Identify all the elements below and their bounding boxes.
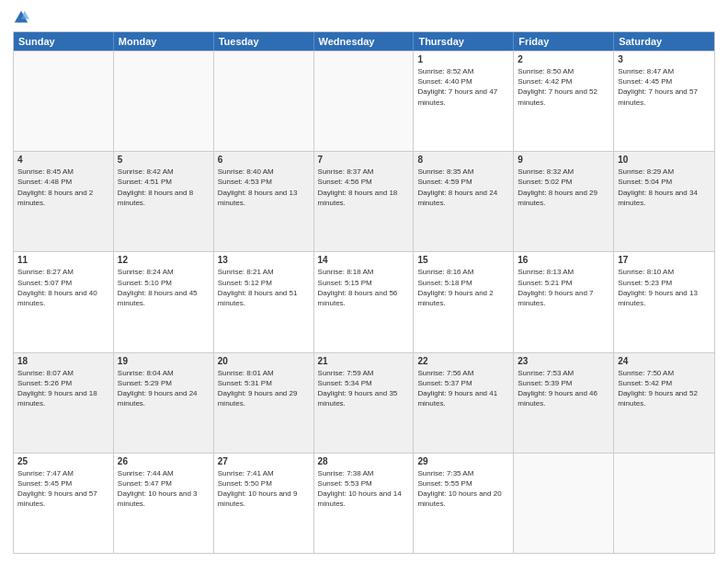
cell-sun-info: Sunrise: 8:13 AMSunset: 5:21 PMDaylight:… [518, 267, 609, 308]
day-number: 13 [218, 255, 310, 265]
cell-sun-info: Sunrise: 8:45 AMSunset: 4:48 PMDaylight:… [17, 167, 109, 208]
cell-sun-info: Sunrise: 8:47 AMSunset: 4:45 PMDaylight:… [618, 66, 711, 108]
day-number: 1 [417, 54, 509, 64]
header-day-saturday: Saturday [614, 32, 714, 51]
header-day-monday: Monday [114, 32, 214, 51]
calendar-cell: 19Sunrise: 8:04 AMSunset: 5:29 PMDayligh… [114, 353, 214, 453]
cell-sun-info: Sunrise: 8:04 AMSunset: 5:29 PMDaylight:… [118, 368, 210, 409]
calendar-cell: 29Sunrise: 7:35 AMSunset: 5:55 PMDayligh… [414, 454, 514, 553]
calendar-cell: 9Sunrise: 8:32 AMSunset: 5:02 PMDaylight… [514, 152, 614, 251]
logo-icon [13, 9, 29, 26]
cell-sun-info: Sunrise: 8:10 AMSunset: 5:23 PMDaylight:… [618, 267, 711, 308]
day-number: 5 [118, 155, 210, 165]
day-number: 23 [518, 356, 609, 366]
calendar-cell [614, 454, 714, 553]
day-number: 10 [618, 155, 711, 165]
day-number: 24 [618, 356, 711, 366]
cell-sun-info: Sunrise: 8:21 AMSunset: 5:12 PMDaylight:… [218, 267, 310, 308]
calendar-cell: 11Sunrise: 8:27 AMSunset: 5:07 PMDayligh… [14, 252, 114, 351]
logo [13, 9, 33, 26]
day-number: 26 [118, 456, 210, 466]
calendar-week-1: 1Sunrise: 8:52 AMSunset: 4:40 PMDaylight… [14, 51, 714, 151]
cell-sun-info: Sunrise: 8:18 AMSunset: 5:15 PMDaylight:… [318, 267, 410, 308]
calendar-cell: 10Sunrise: 8:29 AMSunset: 5:04 PMDayligh… [614, 152, 714, 251]
calendar-cell: 4Sunrise: 8:45 AMSunset: 4:48 PMDaylight… [14, 152, 114, 251]
calendar-cell: 2Sunrise: 8:50 AMSunset: 4:42 PMDaylight… [514, 52, 614, 151]
calendar-cell: 22Sunrise: 7:56 AMSunset: 5:37 PMDayligh… [414, 353, 514, 453]
day-number: 4 [17, 155, 109, 165]
day-number: 25 [17, 456, 109, 466]
header-day-friday: Friday [514, 32, 614, 51]
calendar-cell: 23Sunrise: 7:53 AMSunset: 5:39 PMDayligh… [514, 353, 614, 453]
day-number: 8 [417, 155, 509, 165]
day-number: 7 [318, 155, 410, 165]
cell-sun-info: Sunrise: 8:35 AMSunset: 4:59 PMDaylight:… [417, 167, 509, 208]
cell-sun-info: Sunrise: 8:01 AMSunset: 5:31 PMDaylight:… [218, 368, 310, 409]
day-number: 28 [318, 456, 410, 466]
day-number: 2 [518, 54, 609, 64]
calendar-cell: 1Sunrise: 8:52 AMSunset: 4:40 PMDaylight… [414, 52, 514, 151]
header-day-tuesday: Tuesday [214, 32, 314, 51]
cell-sun-info: Sunrise: 7:38 AMSunset: 5:53 PMDaylight:… [318, 468, 410, 510]
cell-sun-info: Sunrise: 7:59 AMSunset: 5:34 PMDaylight:… [318, 368, 410, 409]
cell-sun-info: Sunrise: 8:07 AMSunset: 5:26 PMDaylight:… [17, 368, 109, 409]
calendar-cell: 27Sunrise: 7:41 AMSunset: 5:50 PMDayligh… [214, 454, 314, 553]
day-number: 21 [318, 356, 410, 366]
calendar-cell [214, 52, 314, 151]
calendar-week-3: 11Sunrise: 8:27 AMSunset: 5:07 PMDayligh… [14, 251, 714, 351]
calendar-cell [314, 52, 415, 151]
day-number: 29 [417, 456, 509, 466]
calendar-cell: 14Sunrise: 8:18 AMSunset: 5:15 PMDayligh… [314, 252, 415, 351]
calendar-header: SundayMondayTuesdayWednesdayThursdayFrid… [14, 32, 714, 51]
cell-sun-info: Sunrise: 7:50 AMSunset: 5:42 PMDaylight:… [618, 368, 711, 409]
cell-sun-info: Sunrise: 8:24 AMSunset: 5:10 PMDaylight:… [118, 267, 210, 308]
header-day-thursday: Thursday [414, 32, 514, 51]
calendar-cell: 13Sunrise: 8:21 AMSunset: 5:12 PMDayligh… [214, 252, 314, 351]
calendar-cell: 26Sunrise: 7:44 AMSunset: 5:47 PMDayligh… [114, 454, 214, 553]
cell-sun-info: Sunrise: 8:37 AMSunset: 4:56 PMDaylight:… [318, 167, 410, 208]
calendar-week-2: 4Sunrise: 8:45 AMSunset: 4:48 PMDaylight… [14, 151, 714, 251]
calendar-week-5: 25Sunrise: 7:47 AMSunset: 5:45 PMDayligh… [14, 453, 714, 553]
cell-sun-info: Sunrise: 7:44 AMSunset: 5:47 PMDaylight:… [118, 468, 210, 510]
calendar-cell: 16Sunrise: 8:13 AMSunset: 5:21 PMDayligh… [514, 252, 614, 351]
day-number: 16 [518, 255, 609, 265]
calendar-cell: 28Sunrise: 7:38 AMSunset: 5:53 PMDayligh… [314, 454, 415, 553]
calendar-cell: 25Sunrise: 7:47 AMSunset: 5:45 PMDayligh… [14, 454, 114, 553]
calendar-cell [14, 52, 114, 151]
cell-sun-info: Sunrise: 8:29 AMSunset: 5:04 PMDaylight:… [618, 167, 711, 208]
cell-sun-info: Sunrise: 8:32 AMSunset: 5:02 PMDaylight:… [518, 167, 609, 208]
day-number: 15 [417, 255, 509, 265]
calendar-cell: 7Sunrise: 8:37 AMSunset: 4:56 PMDaylight… [314, 152, 415, 251]
header-day-sunday: Sunday [14, 32, 114, 51]
day-number: 14 [318, 255, 410, 265]
cell-sun-info: Sunrise: 7:47 AMSunset: 5:45 PMDaylight:… [17, 468, 109, 510]
calendar-cell: 12Sunrise: 8:24 AMSunset: 5:10 PMDayligh… [114, 252, 214, 351]
day-number: 11 [17, 255, 109, 265]
calendar-cell [114, 52, 214, 151]
page: SundayMondayTuesdayWednesdayThursdayFrid… [0, 0, 728, 563]
day-number: 17 [618, 255, 711, 265]
day-number: 9 [518, 155, 609, 165]
day-number: 18 [17, 356, 109, 366]
day-number: 6 [218, 155, 310, 165]
day-number: 27 [218, 456, 310, 466]
calendar-cell: 8Sunrise: 8:35 AMSunset: 4:59 PMDaylight… [414, 152, 514, 251]
day-number: 12 [118, 255, 210, 265]
cell-sun-info: Sunrise: 8:27 AMSunset: 5:07 PMDaylight:… [17, 267, 109, 308]
cell-sun-info: Sunrise: 7:53 AMSunset: 5:39 PMDaylight:… [518, 368, 609, 409]
calendar-cell: 17Sunrise: 8:10 AMSunset: 5:23 PMDayligh… [614, 252, 714, 351]
day-number: 3 [618, 54, 711, 64]
calendar-cell: 24Sunrise: 7:50 AMSunset: 5:42 PMDayligh… [614, 353, 714, 453]
header-day-wednesday: Wednesday [314, 32, 415, 51]
calendar-cell: 18Sunrise: 8:07 AMSunset: 5:26 PMDayligh… [14, 353, 114, 453]
calendar-cell: 5Sunrise: 8:42 AMSunset: 4:51 PMDaylight… [114, 152, 214, 251]
calendar-body: 1Sunrise: 8:52 AMSunset: 4:40 PMDaylight… [14, 51, 714, 553]
header [13, 9, 715, 26]
calendar-week-4: 18Sunrise: 8:07 AMSunset: 5:26 PMDayligh… [14, 352, 714, 453]
cell-sun-info: Sunrise: 8:50 AMSunset: 4:42 PMDaylight:… [518, 66, 609, 108]
cell-sun-info: Sunrise: 8:42 AMSunset: 4:51 PMDaylight:… [118, 167, 210, 208]
day-number: 22 [417, 356, 509, 366]
cell-sun-info: Sunrise: 8:40 AMSunset: 4:53 PMDaylight:… [218, 167, 310, 208]
cell-sun-info: Sunrise: 8:52 AMSunset: 4:40 PMDaylight:… [417, 66, 509, 108]
cell-sun-info: Sunrise: 7:56 AMSunset: 5:37 PMDaylight:… [417, 368, 509, 409]
